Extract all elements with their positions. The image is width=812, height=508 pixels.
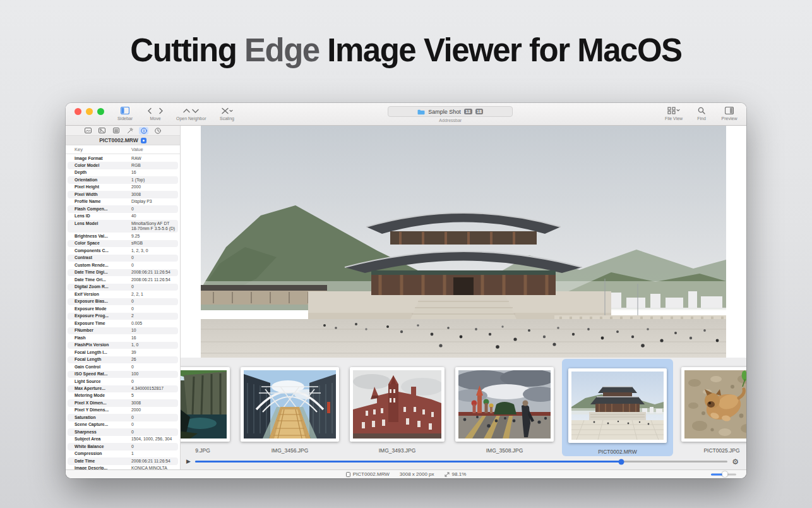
minimize-window-button[interactable]	[86, 108, 93, 115]
metadata-row[interactable]: Depth16	[68, 169, 178, 176]
metadata-row[interactable]: Color ModelRGB	[68, 162, 178, 169]
metadata-value: 0	[131, 444, 178, 449]
metadata-row[interactable]: Gain Control0	[68, 363, 178, 370]
inspector-tab-bar	[66, 126, 180, 136]
open-neighbor-label: Open Neighbor	[176, 116, 206, 121]
thumbnail-size-slider-knob[interactable]	[722, 471, 728, 477]
metadata-row[interactable]: Exposure Time0.005	[68, 320, 178, 327]
metadata-key: Pixel Width	[68, 192, 131, 197]
metadata-row[interactable]: Lens ModelMinolta/Sony AF DT 18-70mm F 3…	[68, 220, 178, 233]
scrubber-knob[interactable]	[618, 459, 624, 464]
metadata-row[interactable]: FNumber10	[68, 327, 178, 334]
value-column-header: Value	[131, 147, 180, 152]
filmstrip-item[interactable]: IMG_3508.JPG	[453, 358, 556, 456]
metadata-row[interactable]: Pixel X Dimen...3008	[68, 399, 178, 406]
metadata-row[interactable]: Pixel Height2000	[68, 184, 178, 191]
sidebar-button-label: Sidebar	[117, 116, 133, 121]
tab-info-icon[interactable]	[139, 127, 148, 135]
metadata-row[interactable]: Flash16	[68, 334, 178, 341]
metadata-value: Display P3	[131, 199, 178, 204]
addressbar-pill[interactable]: Sample Shot 13 18	[388, 106, 513, 117]
metadata-row[interactable]: Exposure Prog...2	[68, 313, 178, 320]
metadata-row[interactable]: Pixel Width3008	[68, 191, 178, 198]
sidebar-toggle-button[interactable]: Sidebar	[116, 106, 134, 121]
scrubber-track[interactable]	[195, 461, 727, 463]
metadata-row[interactable]: Brightness Val...9.25	[68, 233, 178, 239]
metadata-row[interactable]: Compression1	[68, 451, 178, 457]
thumbnail-label: 9.JPG	[195, 447, 210, 454]
metadata-row[interactable]: Flash Compen...0	[68, 205, 178, 212]
metadata-row[interactable]: Components C...1, 2, 3, 0	[68, 247, 178, 254]
metadata-row[interactable]: Orientation1 (Top)	[68, 176, 178, 183]
addressbar[interactable]: Sample Shot 13 18 Addressbar	[388, 103, 513, 125]
metadata-row[interactable]: Scene Capture...0	[68, 421, 178, 428]
metadata-key: Pixel Y Dimens...	[68, 408, 131, 413]
tab-list-icon[interactable]	[111, 127, 121, 135]
metadata-value: Minolta/Sony AF DT 18-70mm F 3.5-5.6 (D)	[131, 221, 178, 232]
metadata-row[interactable]: Max Aperture...4.340000152817	[68, 385, 178, 392]
metadata-row[interactable]: Metering Mode5	[68, 392, 178, 399]
zoom-window-button[interactable]	[97, 108, 104, 115]
metadata-row[interactable]: Focal Length I...39	[68, 349, 178, 356]
preview-button[interactable]: Preview	[720, 106, 739, 121]
metadata-row[interactable]: Subject Area1504, 1000, 256, 304	[68, 436, 178, 443]
gear-icon[interactable]: ⚙	[732, 458, 739, 466]
metadata-row[interactable]: Exposure Bias...0	[68, 298, 178, 305]
metadata-row[interactable]: FlashPix Version1, 0	[68, 342, 178, 349]
metadata-key: Profile Name	[68, 199, 131, 204]
metadata-row[interactable]: Contrast0	[68, 255, 178, 262]
filmstrip-item[interactable]: PICT0025.JPG	[679, 358, 746, 456]
scaling-icon	[221, 106, 233, 115]
metadata-row[interactable]: White Balance0	[68, 443, 178, 450]
metadata-row[interactable]: Image FormatRAW	[68, 155, 178, 162]
metadata-row[interactable]: ISO Speed Rat...100	[68, 371, 178, 378]
metadata-row[interactable]: Exposure Mode0	[68, 305, 178, 312]
open-neighbor-icon	[182, 106, 200, 115]
play-icon[interactable]: ▶	[186, 459, 191, 464]
thumbnail-size-slider[interactable]	[711, 473, 736, 475]
inspector-file-row[interactable]: PICT0002.MRW	[66, 136, 180, 145]
metadata-value: 0	[131, 365, 178, 370]
metadata-row[interactable]: Digital Zoom R...0	[68, 284, 178, 291]
thumbnail-image[interactable]	[350, 367, 445, 442]
filmstrip-item[interactable]: PICT0002.MRW	[562, 359, 673, 456]
open-neighbor-buttons[interactable]: Open Neighbor	[176, 106, 206, 121]
metadata-row[interactable]: Image Descrip...KONICA MINOLTA DIGITAL C…	[68, 465, 178, 469]
thumbnail-image[interactable]	[568, 368, 667, 443]
thumbnail-image[interactable]	[181, 367, 230, 442]
metadata-key: Exposure Prog...	[68, 313, 131, 318]
main-photo[interactable]	[201, 126, 726, 360]
metadata-row[interactable]: Custom Rende...0	[68, 262, 178, 269]
metadata-value: 0	[131, 299, 178, 304]
tab-export-icon[interactable]	[83, 127, 93, 135]
metadata-row[interactable]: Exif Version2, 2, 1	[68, 291, 178, 298]
filmstrip-item[interactable]: 9.JPG	[181, 358, 232, 456]
metadata-row[interactable]: Date Time Digi...2008:06:21 11:26:54	[68, 269, 178, 276]
find-button[interactable]: Find	[692, 106, 711, 121]
metadata-row[interactable]: Focal Length26	[68, 356, 178, 363]
close-window-button[interactable]	[75, 108, 81, 115]
metadata-row[interactable]: Date Time2008:06:21 11:26:54	[68, 457, 178, 464]
filmstrip-item[interactable]: IMG_3493.JPG	[347, 358, 447, 456]
metadata-row[interactable]: Profile NameDisplay P3	[68, 198, 178, 205]
metadata-row[interactable]: Light Source0	[68, 378, 178, 385]
tab-history-icon[interactable]	[153, 127, 162, 135]
thumbnail-image[interactable]	[681, 367, 746, 442]
scaling-button[interactable]: Scaling	[217, 106, 236, 121]
thumbnail-label: IMG_3508.JPG	[486, 447, 523, 454]
metadata-row[interactable]: Pixel Y Dimens...2000	[68, 407, 178, 414]
metadata-row[interactable]: Lens ID40	[68, 213, 178, 220]
tab-image-icon[interactable]	[97, 127, 107, 135]
metadata-row[interactable]: Date Time Ori...2008:06:21 11:26:54	[68, 276, 178, 283]
move-buttons[interactable]: Move	[146, 106, 165, 121]
status-dimensions: 3008 x 2000 px	[400, 471, 434, 477]
tab-adjust-icon[interactable]	[125, 127, 134, 135]
metadata-row[interactable]: Color SpacesRGB	[68, 240, 178, 247]
metadata-row[interactable]: Saturation0	[68, 414, 178, 421]
thumbnail-image[interactable]	[455, 367, 554, 442]
thumbnail-image[interactable]	[241, 367, 339, 442]
scrubber-fill	[195, 461, 621, 463]
metadata-row[interactable]: Sharpness0	[68, 428, 178, 435]
file-view-button[interactable]: File View	[664, 106, 683, 121]
filmstrip-item[interactable]: IMG_3456.JPG	[238, 358, 342, 456]
